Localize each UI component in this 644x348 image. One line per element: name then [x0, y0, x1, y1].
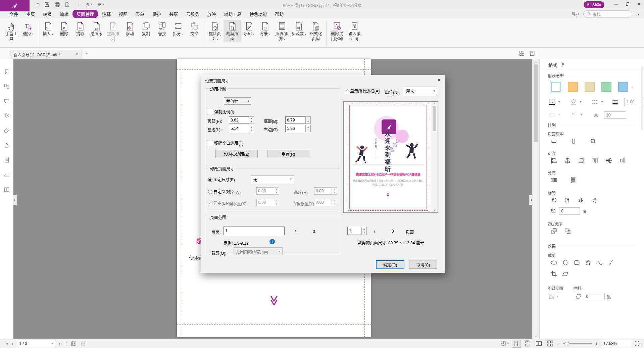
menu-item-view[interactable]: 视图 — [115, 10, 132, 18]
fixed-size-select[interactable]: 无▾ — [251, 175, 294, 183]
scroll-up-icon[interactable]: ▲ — [533, 60, 539, 63]
ok-button[interactable]: 确定(O) — [376, 260, 404, 269]
tool-replace-pages[interactable]: 替换 — [154, 20, 170, 37]
rotate-left-icon[interactable] — [550, 197, 557, 204]
top-margin-stepper[interactable]: ▲▼ — [249, 116, 254, 124]
tab-close-icon[interactable]: ✕ — [75, 52, 79, 57]
opacity-swatch-icon[interactable] — [548, 293, 555, 300]
tool-background[interactable]: 背景 ▾ — [257, 20, 273, 37]
more-options-icon[interactable]: ⋮ — [636, 12, 641, 17]
left-panel-expand-handle[interactable]: ▶ — [13, 195, 17, 205]
continuous-view-icon[interactable] — [523, 340, 532, 348]
menu-item-present[interactable]: 放映 — [203, 10, 220, 18]
fullscreen-icon[interactable] — [634, 341, 640, 346]
find-command-icon[interactable]: ▾ — [572, 11, 579, 17]
panel-close-icon[interactable]: ✕ — [561, 62, 564, 66]
shape-swatch-3[interactable] — [601, 82, 611, 92]
star-icon[interactable] — [585, 259, 592, 266]
info-icon[interactable] — [269, 239, 275, 245]
tool-header-footer[interactable]: 页眉/页脚 ▾ — [273, 20, 291, 42]
page-grid-icon[interactable] — [519, 50, 525, 56]
rotate-angle-input[interactable] — [559, 207, 580, 215]
distribute-horizontal-icon[interactable] — [550, 177, 557, 184]
previous-view-icon[interactable] — [70, 340, 77, 347]
corner-radius-icon[interactable] — [571, 111, 578, 119]
tool-watermark[interactable]: 水印 ▾ — [241, 20, 257, 37]
box-type-select[interactable]: 裁剪框▾ — [224, 97, 251, 105]
bookmark-icon[interactable] — [4, 68, 10, 74]
custom-size-radio-button[interactable] — [208, 190, 212, 194]
preview-page-input[interactable] — [347, 227, 361, 235]
show-boxes-checkbox-box[interactable] — [345, 89, 349, 93]
dialog-close-icon[interactable]: ✕ — [436, 77, 442, 84]
format-tab[interactable]: 格式 — [548, 62, 557, 68]
menu-item-help[interactable]: 帮助 — [271, 10, 288, 18]
zero-margins-button[interactable]: 设为零边距(Z) — [215, 150, 258, 158]
align-right-icon[interactable] — [578, 157, 585, 164]
menu-item-cloud[interactable]: 云服务 — [182, 10, 203, 18]
next-page-icon[interactable]: › — [59, 341, 60, 346]
menu-item-form[interactable]: 表单 — [132, 10, 148, 18]
page-indicator-combo[interactable]: 1 / 3 ▾ — [17, 340, 55, 347]
tool-select-tool[interactable]: T选择 ▾ — [20, 20, 36, 37]
split-view-icon[interactable] — [4, 187, 10, 193]
shape-swatch-4[interactable] — [618, 82, 628, 92]
preview-page-stepper[interactable]: ▲▼ — [361, 227, 367, 235]
menu-item-accessibility[interactable]: 辅助工具 — [220, 10, 245, 18]
single-page-view-icon[interactable] — [512, 340, 521, 348]
preview-scroll-down-icon[interactable]: ▼ — [432, 209, 438, 212]
last-page-icon[interactable]: » — [64, 341, 67, 346]
constrain-checkbox-box[interactable] — [209, 110, 213, 114]
crop-box-outline[interactable]: JOIN US 欢迎来到福昕 感谢您如全球6.5亿用户一样信任福昕PDF编辑器 … — [348, 104, 428, 211]
bottom-margin-input[interactable] — [285, 116, 305, 124]
hand-gesture-icon[interactable]: ▾ — [85, 2, 92, 7]
tool-duplicate-pages[interactable]: 复制 — [138, 20, 154, 37]
save-icon[interactable] — [44, 2, 50, 7]
skew-icon[interactable] — [575, 293, 582, 300]
reset-button[interactable]: 重置(R) — [267, 150, 309, 158]
left-margin-stepper[interactable]: ▲▼ — [249, 125, 254, 132]
swatch-more-caret[interactable]: ▾ — [632, 86, 634, 89]
bring-forward-icon[interactable] — [550, 228, 557, 235]
tool-crop-pages[interactable]: 裁剪页面 — [224, 20, 241, 42]
tool-bates-numbering[interactable]: 贝茨数 ▾ — [291, 20, 307, 37]
tool-rotate-pages[interactable]: 旋转页面 ▾ — [206, 20, 224, 42]
security-icon[interactable] — [4, 142, 10, 148]
menu-item-share[interactable]: 共享 — [165, 10, 182, 18]
restore-button[interactable] — [625, 2, 630, 6]
preview-scroll-thumb[interactable] — [433, 106, 436, 131]
align-top-icon[interactable] — [592, 157, 599, 164]
rounded-rect-icon[interactable] — [573, 259, 580, 266]
tool-split-document[interactable]: 拆分 ▾ — [170, 20, 186, 37]
zoom-in-icon[interactable]: + — [595, 341, 598, 346]
reading-history-icon[interactable]: ▾ — [501, 341, 509, 346]
top-margin-input[interactable] — [229, 116, 249, 124]
shape-fill-caret[interactable]: ▾ — [580, 101, 581, 103]
zoom-slider[interactable] — [563, 343, 592, 344]
oval-icon[interactable] — [562, 259, 569, 266]
customize-toolbar-icon[interactable]: ▾ — [97, 2, 104, 7]
tool-format-page-numbers[interactable]: #格式化页码 — [307, 20, 325, 42]
layers-icon[interactable] — [4, 113, 10, 119]
remove-margins-checkbox-box[interactable] — [209, 141, 213, 145]
panel-scrollbar[interactable] — [641, 66, 643, 130]
zoom-out-icon[interactable]: − — [558, 341, 560, 346]
close-button[interactable] — [637, 2, 641, 6]
center-both-icon[interactable] — [589, 138, 596, 145]
constrain-checkbox[interactable]: 强制比例(I) — [209, 109, 234, 114]
align-bottom-icon[interactable] — [619, 157, 626, 164]
right-margin-input[interactable] — [285, 125, 305, 132]
page-thumbnails-icon[interactable] — [4, 83, 10, 89]
unit-select[interactable]: 厘米▾ — [404, 87, 437, 95]
menu-item-convert[interactable]: 转换 — [39, 10, 56, 18]
flip-horizontal-icon[interactable] — [577, 197, 584, 204]
wave-icon[interactable] — [596, 259, 603, 266]
shape-swatch-2[interactable] — [585, 82, 595, 92]
scroll-down-icon[interactable]: ▼ — [533, 335, 539, 338]
shape-fill-icon[interactable] — [570, 98, 577, 106]
tool-reverse-pages[interactable]: 12逆页序 — [88, 20, 104, 37]
tool-insert-pages[interactable]: 插入 ▾ — [40, 20, 56, 37]
line-style-icon[interactable] — [591, 98, 599, 106]
center-horizontal-icon[interactable] — [550, 138, 557, 145]
opacity-caret[interactable]: ▾ — [557, 295, 558, 298]
